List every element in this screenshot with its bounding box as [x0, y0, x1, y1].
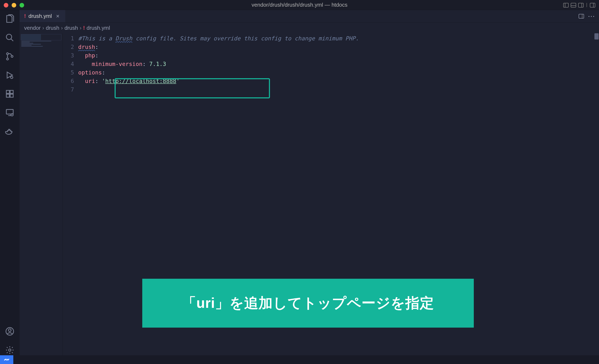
svg-point-1 [7, 53, 8, 55]
toggle-sidebar-icon[interactable] [563, 3, 569, 8]
zoom-window-button[interactable] [19, 3, 24, 8]
close-tab-icon[interactable]: × [56, 13, 59, 19]
svg-point-12 [9, 329, 11, 332]
title-bar: vendor/drush/drush/drush.yml — htdocs [0, 0, 599, 10]
breadcrumb[interactable]: vendor› drush› drush› ! drush.yml [19, 22, 599, 33]
customize-layout-icon[interactable] [590, 3, 595, 8]
yaml-file-icon: ! [24, 13, 26, 19]
extensions-icon[interactable] [5, 89, 15, 99]
docker-icon[interactable] [5, 126, 15, 136]
search-icon[interactable] [5, 32, 15, 43]
scroll-thumb[interactable] [594, 33, 599, 40]
line-number-gutter: 12 34 56 7 [63, 33, 78, 355]
svg-point-2 [7, 58, 8, 60]
svg-rect-7 [7, 94, 9, 97]
minimize-window-button[interactable] [12, 3, 16, 8]
activity-bar [0, 10, 19, 355]
remote-indicator[interactable] [0, 355, 13, 364]
minimap[interactable] [19, 33, 63, 355]
yaml-file-icon: ! [83, 25, 85, 31]
overview-ruler[interactable] [593, 33, 599, 355]
status-bar [0, 355, 599, 364]
remote-explorer-icon[interactable] [5, 107, 15, 118]
window-controls [4, 3, 24, 8]
run-debug-icon[interactable] [5, 70, 15, 80]
svg-rect-6 [10, 90, 13, 94]
annotation-banner: 「uri」を追加してトップページを指定 [142, 279, 474, 328]
explorer-icon[interactable] [5, 14, 15, 24]
close-window-button[interactable] [4, 3, 8, 8]
tab-bar: ! drush.yml × ⋯ [19, 10, 599, 22]
settings-gear-icon[interactable] [5, 345, 15, 355]
tab-label: drush.yml [28, 13, 52, 19]
tab-drush-yml[interactable]: ! drush.yml × [19, 10, 65, 22]
svg-point-3 [11, 55, 13, 57]
svg-rect-8 [10, 94, 13, 97]
svg-rect-5 [7, 90, 9, 94]
source-control-icon[interactable] [5, 51, 15, 62]
svg-point-13 [9, 349, 11, 351]
toggle-panel-icon[interactable] [571, 3, 576, 8]
accounts-icon[interactable] [5, 326, 15, 337]
split-editor-icon[interactable] [579, 14, 584, 18]
svg-point-10 [11, 114, 13, 116]
svg-point-4 [11, 76, 13, 79]
more-actions-icon[interactable]: ⋯ [588, 12, 595, 20]
toggle-secondary-sidebar-icon[interactable] [578, 3, 584, 8]
svg-point-0 [7, 34, 12, 40]
window-title: vendor/drush/drush/drush.yml — htdocs [252, 2, 348, 8]
title-bar-layout-controls [563, 3, 595, 8]
